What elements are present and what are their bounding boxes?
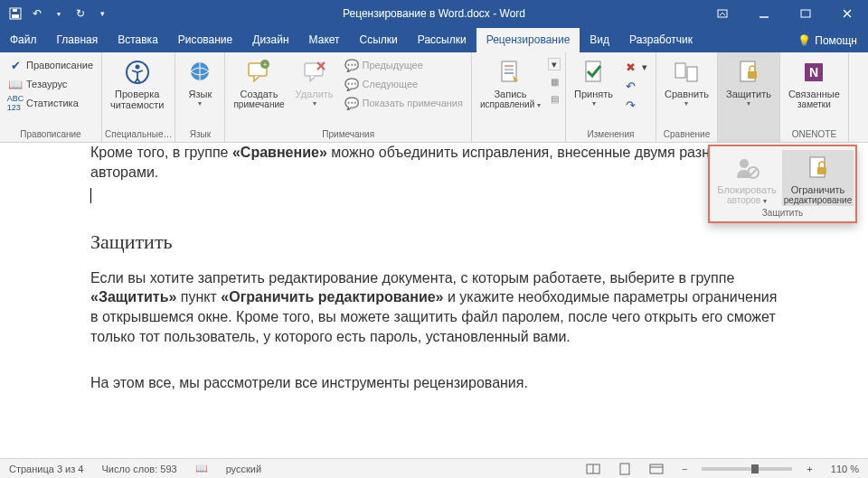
group-label-compare: Сравнение xyxy=(659,127,714,142)
linked-notes-button[interactable]: N Связанные заметки xyxy=(783,54,845,109)
zoom-in-button[interactable]: + xyxy=(803,464,816,474)
group-label-language: Язык xyxy=(178,127,222,142)
pane-dropdown[interactable]: ▤ xyxy=(548,92,561,105)
spell-status[interactable]: 📖 xyxy=(192,463,212,474)
chevron-down-icon: ▾ xyxy=(763,197,767,205)
print-layout-view[interactable] xyxy=(615,463,635,475)
accept-icon xyxy=(580,58,609,87)
language-status[interactable]: русский xyxy=(222,464,265,474)
tab-design[interactable]: Дизайн xyxy=(242,28,298,52)
group-label-comments: Примечания xyxy=(228,127,467,142)
compare-icon xyxy=(672,58,701,87)
tab-layout[interactable]: Макет xyxy=(299,28,350,52)
thesaurus-button[interactable]: 📖Тезаурус xyxy=(5,75,97,93)
svg-rect-22 xyxy=(675,63,685,78)
tab-mailings[interactable]: Рассылки xyxy=(408,28,476,52)
next-change-button[interactable]: ↷ xyxy=(620,96,651,114)
spelling-button[interactable]: ✔Правописание xyxy=(5,56,97,74)
svg-rect-5 xyxy=(801,10,810,17)
language-button[interactable]: Язык ▾ xyxy=(178,54,222,108)
group-language: Язык ▾ Язык xyxy=(175,52,225,142)
svg-rect-36 xyxy=(650,464,663,473)
group-label-tracking xyxy=(475,127,562,142)
web-layout-view[interactable] xyxy=(646,463,667,475)
text-cursor xyxy=(90,188,91,203)
maximize-icon[interactable] xyxy=(785,0,826,27)
save-icon[interactable] xyxy=(7,5,24,22)
prev-change-button[interactable]: ↶ xyxy=(620,77,651,95)
svg-rect-2 xyxy=(13,9,17,12)
tab-draw[interactable]: Рисование xyxy=(168,28,242,52)
compare-button[interactable]: Сравнить ▾ xyxy=(659,54,714,108)
tab-home[interactable]: Главная xyxy=(47,28,108,52)
delete-comment-button[interactable]: Удалить ▾ xyxy=(290,54,339,108)
read-mode-view[interactable] xyxy=(582,463,604,475)
zoom-slider[interactable] xyxy=(702,467,792,471)
para-protect: Если вы хотите запретить редактирование … xyxy=(90,268,778,346)
block-authors-button[interactable]: Блокировать авторов ▾ xyxy=(712,150,782,206)
new-comment-button[interactable]: + Создать примечание xyxy=(228,54,289,109)
svg-rect-3 xyxy=(718,10,727,17)
tell-me-label: Помощн xyxy=(815,34,857,47)
chevron-down-icon: ▾ xyxy=(313,99,316,108)
svg-rect-1 xyxy=(12,14,19,18)
popup-group-label: Защитить xyxy=(712,206,854,220)
qat-customize[interactable]: ▾ xyxy=(94,5,110,22)
svg-rect-32 xyxy=(817,167,826,174)
protect-button[interactable]: Защитить ▾ xyxy=(721,54,777,108)
track-changes-button[interactable]: Запись исправлений ▾ xyxy=(475,54,546,110)
page-number-status[interactable]: Страница 3 из 4 xyxy=(5,464,87,474)
tab-review[interactable]: Рецензирование xyxy=(476,28,580,52)
word-count-button[interactable]: ABC123Статистика xyxy=(5,94,97,112)
show-comments-button[interactable]: 💬Показать примечания xyxy=(341,94,467,112)
svg-text:+: + xyxy=(263,61,268,69)
show-comments-icon: 💬 xyxy=(344,96,359,110)
tab-insert[interactable]: Вставка xyxy=(108,28,168,52)
group-comments: + Создать примечание Удалить ▾ 💬Предыдущ… xyxy=(225,52,471,142)
previous-comment-button[interactable]: 💬Предыдущее xyxy=(341,56,467,74)
tell-me[interactable]: 💡Помощн xyxy=(787,29,868,52)
svg-rect-23 xyxy=(687,67,697,81)
para-compare: Кроме того, в группе «Сравнение» можно о… xyxy=(90,143,778,182)
accept-button[interactable]: Принять ▾ xyxy=(569,54,618,108)
zoom-out-button[interactable]: − xyxy=(678,464,691,474)
zoom-level[interactable]: 110 % xyxy=(827,464,863,474)
next-comment-icon: 💬 xyxy=(344,77,359,91)
next-comment-button[interactable]: 💬Следующее xyxy=(341,75,467,93)
group-label-protect xyxy=(721,127,777,142)
group-label-changes: Изменения xyxy=(569,127,653,142)
ribbon-display-icon[interactable] xyxy=(702,0,743,27)
page-content: Кроме того, в группе «Сравнение» можно о… xyxy=(81,143,787,458)
undo-icon[interactable]: ↶ xyxy=(29,5,45,22)
chevron-down-icon: ▾ xyxy=(537,101,541,109)
reject-icon: ✖ xyxy=(624,60,638,74)
text-cursor-line xyxy=(90,187,778,203)
undo-dropdown[interactable]: ▾ xyxy=(51,5,67,22)
protect-dropdown-popup: Блокировать авторов ▾ Ограничить редакти… xyxy=(708,145,857,223)
restrict-editing-button[interactable]: Ограничить редактирование xyxy=(782,150,854,206)
tab-file[interactable]: Файл xyxy=(0,28,47,52)
tab-developer[interactable]: Разработчик xyxy=(619,28,703,52)
thesaurus-icon: 📖 xyxy=(8,77,23,91)
book-icon: 📖 xyxy=(195,463,208,474)
tab-references[interactable]: Ссылки xyxy=(350,28,408,52)
group-label-proofing: Правописание xyxy=(3,127,99,142)
close-icon[interactable] xyxy=(826,0,868,27)
reject-button[interactable]: ✖▾ xyxy=(620,58,651,76)
next-change-icon: ↷ xyxy=(624,98,638,112)
group-changes: Принять ▾ ✖▾ ↶ ↷ Изменения xyxy=(566,52,656,142)
display-dropdown[interactable]: ▾ xyxy=(548,58,561,70)
markup-dropdown[interactable]: ▦ xyxy=(548,75,561,88)
word-count-status[interactable]: Число слов: 593 xyxy=(98,464,180,474)
zoom-slider-thumb[interactable] xyxy=(751,464,759,473)
tab-view[interactable]: Вид xyxy=(580,28,619,52)
group-proofing: ✔Правописание 📖Тезаурус ABC123Статистика… xyxy=(0,52,102,142)
ribbon: ✔Правописание 📖Тезаурус ABC123Статистика… xyxy=(0,52,868,143)
check-accessibility-button[interactable]: Проверка читаемости xyxy=(105,54,169,110)
chevron-down-icon: ▾ xyxy=(747,99,750,108)
group-onenote: N Связанные заметки ONENOTE xyxy=(780,52,849,142)
delete-comment-icon xyxy=(300,58,329,87)
language-icon xyxy=(185,58,214,87)
minimize-icon[interactable] xyxy=(743,0,785,27)
redo-icon[interactable]: ↻ xyxy=(72,5,89,22)
